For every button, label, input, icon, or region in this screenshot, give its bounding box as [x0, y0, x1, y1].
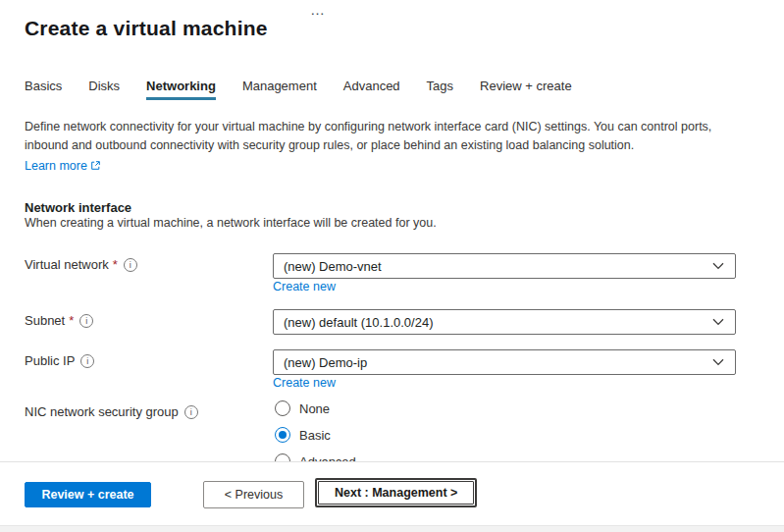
public-ip-label: Public IP i [25, 353, 94, 368]
bottom-strip [0, 525, 784, 532]
subnet-select[interactable]: (new) default (10.1.0.0/24) [273, 309, 736, 335]
info-icon[interactable]: i [80, 354, 94, 368]
tab-review-create[interactable]: Review + create [480, 79, 572, 100]
nic-nsg-label: NIC network security group i [25, 404, 198, 419]
required-mark: * [113, 257, 118, 272]
virtual-network-value: (new) Demo-vnet [284, 259, 382, 274]
virtual-network-label: Virtual network * i [25, 257, 137, 272]
virtual-network-select[interactable]: (new) Demo-vnet [273, 253, 736, 279]
more-actions-button[interactable]: … [306, 1, 329, 19]
page-title: Create a virtual machine [25, 14, 268, 43]
create-vm-panel: Create a virtual machine … Basics Disks … [0, 0, 784, 461]
wizard-footer: Review + create < Previous Next : Manage… [0, 461, 784, 532]
learn-more-label: Learn more [25, 159, 87, 173]
nsg-option-basic[interactable]: Basic [275, 427, 331, 443]
public-ip-create-new-link[interactable]: Create new [273, 376, 336, 390]
tab-disks[interactable]: Disks [88, 79, 120, 100]
chevron-down-icon [712, 318, 724, 326]
learn-more-link[interactable]: Learn more [25, 159, 101, 173]
public-ip-value: (new) Demo-ip [284, 355, 367, 370]
public-ip-label-text: Public IP [25, 353, 75, 368]
nic-nsg-label-text: NIC network security group [25, 404, 179, 419]
networking-intro: Define network connectivity for your vir… [25, 118, 723, 177]
radio-icon[interactable] [275, 453, 290, 461]
info-icon[interactable]: i [124, 258, 137, 272]
radio-selected-icon[interactable] [275, 427, 290, 443]
network-interface-description: When creating a virtual machine, a netwo… [25, 216, 437, 230]
review-create-button[interactable]: Review + create [25, 482, 151, 507]
networking-intro-text: Define network connectivity for your vir… [25, 120, 711, 152]
info-icon[interactable]: i [184, 405, 198, 419]
next-button-focus-ring: Next : Management > [315, 478, 477, 507]
nsg-option-advanced[interactable]: Advanced [275, 453, 356, 461]
nsg-option-advanced-label: Advanced [299, 454, 356, 462]
tab-networking[interactable]: Networking [146, 79, 216, 100]
tab-basics[interactable]: Basics [25, 79, 62, 100]
required-mark: * [69, 313, 74, 328]
wizard-tabs: Basics Disks Networking Management Advan… [25, 79, 572, 100]
subnet-label-text: Subnet [25, 313, 65, 328]
radio-icon[interactable] [275, 400, 290, 416]
network-interface-heading: Network interface [25, 200, 131, 215]
previous-button[interactable]: < Previous [203, 481, 304, 508]
chevron-down-icon [712, 358, 724, 366]
tab-advanced[interactable]: Advanced [343, 79, 400, 100]
nsg-option-none[interactable]: None [275, 400, 330, 416]
public-ip-select[interactable]: (new) Demo-ip [273, 349, 736, 375]
tab-tags[interactable]: Tags [427, 79, 453, 100]
next-management-button[interactable]: Next : Management > [318, 481, 474, 505]
nsg-option-none-label: None [299, 401, 330, 416]
info-icon[interactable]: i [79, 314, 93, 328]
nsg-option-basic-label: Basic [299, 428, 331, 443]
tab-management[interactable]: Management [242, 79, 317, 100]
virtual-network-create-new-link[interactable]: Create new [273, 280, 336, 293]
external-link-icon [90, 158, 101, 177]
subnet-label: Subnet * i [25, 313, 93, 328]
virtual-network-label-text: Virtual network [25, 257, 109, 272]
subnet-value: (new) default (10.1.0.0/24) [284, 315, 433, 330]
chevron-down-icon [712, 262, 724, 270]
